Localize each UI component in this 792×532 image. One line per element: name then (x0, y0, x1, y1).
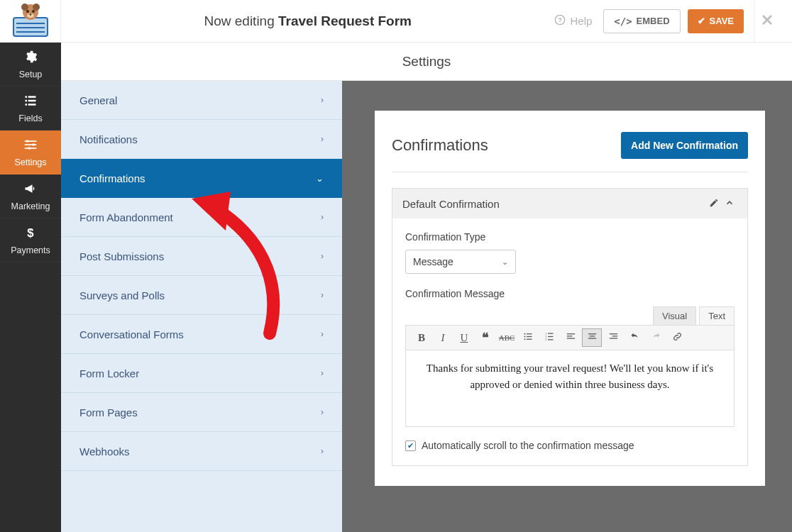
svg-point-5 (21, 4, 28, 11)
confirmation-type-select[interactable]: Message ⌄ (405, 250, 516, 274)
sidebar-item-marketing[interactable]: Marketing (0, 174, 61, 218)
svg-text:?: ? (559, 16, 563, 23)
settings-menu: General › Notifications › Confirmations … (61, 81, 342, 532)
svg-rect-11 (26, 96, 28, 98)
menu-label: General (79, 94, 117, 106)
chevron-right-icon: › (321, 446, 324, 456)
settings-menu-form-pages[interactable]: Form Pages › (61, 393, 342, 432)
menu-label: Form Locker (79, 367, 139, 379)
confirmation-message-label: Confirmation Message (405, 288, 735, 299)
help-icon: ? (554, 14, 566, 28)
svg-point-8 (32, 10, 35, 13)
svg-rect-41 (588, 333, 595, 334)
bold-button[interactable]: B (412, 328, 431, 347)
undo-button[interactable] (625, 328, 644, 347)
svg-text:3: 3 (545, 338, 546, 340)
ordered-list-icon: 123 (544, 331, 555, 345)
pencil-icon (709, 198, 719, 210)
svg-rect-42 (589, 336, 595, 336)
strike-button[interactable]: ABC (497, 328, 517, 347)
svg-rect-33 (548, 333, 554, 333)
svg-point-28 (524, 336, 525, 337)
confirmation-body: Confirmation Type Message ⌄ Confirmation… (392, 218, 747, 465)
underline-button[interactable]: U (454, 328, 474, 347)
form-name: Travel Request Form (278, 13, 412, 28)
embed-button[interactable]: </> EMBED (603, 9, 680, 33)
settings-menu-form-abandonment[interactable]: Form Abandonment › (61, 198, 342, 237)
help-label: Help (570, 15, 592, 27)
tab-label: Text (708, 311, 725, 321)
help-link[interactable]: ? Help (554, 14, 592, 28)
collapse-button[interactable] (722, 198, 737, 210)
message-textarea[interactable]: Thanks for submitting your travel reques… (405, 350, 735, 427)
svg-point-30 (524, 338, 525, 340)
chevron-right-icon: › (321, 95, 324, 105)
svg-rect-15 (26, 104, 28, 106)
ol-button[interactable]: 123 (539, 328, 559, 347)
settings-menu-conversational[interactable]: Conversational Forms › (61, 315, 342, 354)
svg-rect-35 (548, 336, 554, 336)
chevron-up-icon (725, 198, 735, 210)
autoscroll-checkbox[interactable]: ✔ (405, 440, 416, 451)
svg-point-26 (524, 333, 525, 334)
align-right-button[interactable] (603, 328, 623, 347)
select-value: Message (413, 256, 453, 267)
tab-visual[interactable]: Visual (653, 306, 696, 325)
editor-toolbar: B I U ❝ ABC (405, 325, 735, 350)
close-button[interactable] (754, 0, 779, 43)
chevron-down-icon: ⌄ (502, 257, 508, 267)
add-new-confirmation-button[interactable]: Add New Confirmation (621, 132, 748, 159)
settings-menu-confirmations[interactable]: Confirmations ⌄ (61, 159, 342, 198)
menu-label: Notifications (79, 133, 138, 145)
sidebar-item-fields[interactable]: Fields (0, 87, 61, 131)
italic-button[interactable]: I (433, 328, 453, 347)
sidebar-item-setup[interactable]: Setup (0, 43, 61, 87)
bullhorn-icon (23, 182, 38, 199)
check-icon: ✔ (698, 16, 705, 26)
svg-point-6 (33, 4, 40, 11)
chevron-right-icon: › (321, 290, 324, 300)
quote-button[interactable]: ❝ (475, 328, 495, 347)
settings-menu-webhooks[interactable]: Webhooks › (61, 432, 342, 471)
sidebar-item-settings[interactable]: Settings (0, 131, 61, 174)
settings-menu-post-submissions[interactable]: Post Submissions › (61, 237, 342, 276)
redo-button[interactable] (646, 328, 666, 347)
panel-heading: Confirmations (392, 136, 488, 155)
gear-icon (23, 50, 38, 67)
svg-rect-29 (527, 336, 532, 336)
svg-rect-39 (566, 336, 572, 336)
link-button[interactable] (667, 328, 687, 347)
svg-rect-37 (548, 339, 554, 340)
embed-label: EMBED (637, 16, 670, 26)
chevron-right-icon: › (321, 368, 324, 378)
editing-title: Now editing Travel Request Form (61, 13, 554, 29)
autoscroll-label: Automatically scroll to the confirmation… (422, 440, 634, 451)
chevron-right-icon: › (321, 251, 324, 261)
svg-point-10 (29, 13, 31, 15)
align-center-icon (587, 331, 598, 345)
ul-button[interactable] (518, 328, 538, 347)
editor: Visual Text B I U ❝ ABC (405, 306, 735, 427)
settings-menu-form-locker[interactable]: Form Locker › (61, 354, 342, 393)
tab-text[interactable]: Text (699, 306, 735, 325)
svg-point-22 (28, 147, 31, 150)
align-left-button[interactable] (561, 328, 581, 347)
chevron-right-icon: › (321, 134, 324, 144)
dollar-icon: $ (23, 226, 38, 243)
svg-rect-16 (28, 104, 36, 106)
svg-point-21 (32, 143, 35, 146)
svg-rect-44 (609, 333, 617, 334)
settings-menu-notifications[interactable]: Notifications › (61, 120, 342, 159)
redo-icon (651, 331, 661, 345)
align-center-button[interactable] (582, 328, 602, 347)
save-button[interactable]: ✔ SAVE (688, 9, 744, 33)
unordered-list-icon (523, 331, 534, 345)
menu-label: Surveys and Polls (79, 289, 165, 301)
settings-menu-general[interactable]: General › (61, 81, 342, 120)
svg-rect-13 (26, 99, 28, 101)
sidebar-item-payments[interactable]: $ Payments (0, 218, 61, 262)
edit-button[interactable] (706, 198, 722, 210)
confirmation-type-label: Confirmation Type (405, 231, 735, 243)
settings-menu-surveys-polls[interactable]: Surveys and Polls › (61, 276, 342, 315)
confirmation-title: Default Confirmation (402, 198, 500, 210)
